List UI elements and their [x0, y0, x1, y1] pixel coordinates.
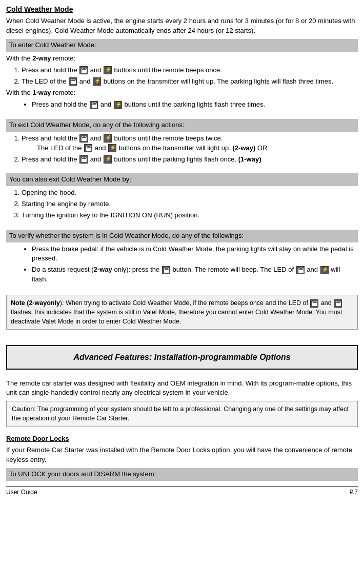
- lightning-button-icon5: [108, 144, 116, 152]
- remote-intro: The remote car starter was designed with…: [6, 379, 358, 398]
- footer-left: User Guide: [6, 488, 37, 497]
- intro-paragraph: When Cold Weather Mode is active, the en…: [6, 16, 358, 36]
- note-box: Note (2-wayonly): When trying to activat…: [6, 295, 358, 330]
- oneway-bullets: Press and hold the and buttons until the…: [32, 100, 358, 110]
- lock-button-icon4: [79, 134, 88, 143]
- verify-bullet2: Do a status request (2-way only): press …: [32, 265, 358, 285]
- lock-button-icon: [79, 66, 88, 74]
- also-exit-1: Opening the hood.: [22, 188, 358, 198]
- oneway-label2: (1-way): [238, 155, 261, 163]
- caution-box: Caution: The programming of your system …: [6, 401, 358, 427]
- oneway-label: 1-way: [32, 89, 51, 96]
- verify-header: To verify whether the system is in Cold …: [6, 230, 358, 242]
- page-title: Cold Weather Mode: [6, 4, 358, 14]
- lightning-button-icon2: [93, 77, 101, 86]
- twoway-intro: With the 2-way remote:: [6, 54, 358, 64]
- remote-locks-title: Remote Door Locks: [6, 434, 358, 444]
- also-exit-2: Starting the engine by remote.: [22, 199, 358, 209]
- twoway-or-label: (2-way): [233, 144, 256, 152]
- oneway-intro: With the 1-way remote:: [6, 88, 358, 98]
- lock-button-icon6: [79, 155, 88, 164]
- lock-button-icon5: [84, 144, 92, 152]
- lightning-button-icon7: [320, 266, 329, 274]
- lightning-button-icon6: [104, 155, 112, 164]
- footer-right: P.7: [350, 488, 358, 497]
- lightning-button-icon: [104, 66, 112, 74]
- lock-button-icon9: [310, 299, 318, 308]
- verify-bullets: Press the brake pedal: if the vehicle is…: [32, 245, 358, 285]
- note-text2: and: [321, 299, 332, 307]
- exit-step1: Press and hold the and buttons until the…: [22, 134, 358, 153]
- twoway-label: 2-way: [32, 54, 51, 62]
- also-exit-steps: Opening the hood. Starting the engine by…: [22, 188, 358, 220]
- lock-button-icon8: [296, 266, 305, 274]
- verify-bullet1: Press the brake pedal: if the vehicle is…: [32, 245, 358, 264]
- lock-button-icon2: [69, 77, 77, 86]
- exit-mode-header: To exit Cold Weather Mode, do any of the…: [6, 119, 358, 132]
- note-text: ): When trying to activate Cold Weather …: [60, 299, 308, 307]
- oneway-bullet1: Press and hold the and buttons until the…: [32, 100, 358, 110]
- also-exit-3: Turning the ignition key to the IGNITION…: [22, 211, 358, 220]
- exit-step1b: The LED of the and buttons on the transm…: [37, 144, 267, 152]
- note-only: only: [47, 299, 60, 307]
- note-text3: flashes, this indicates that the system …: [11, 309, 342, 325]
- footer: User Guide P.7: [6, 486, 358, 497]
- also-exit-header: You can also exit Cold Weather Mode by:: [6, 173, 358, 186]
- remote-locks-intro: If your Remote Car Starter was installed…: [6, 445, 358, 465]
- enter-mode-header: To enter Cold Weather Mode:: [6, 39, 358, 52]
- exit-step2: Press and hold the and buttons until the…: [22, 155, 358, 165]
- advanced-features-box: Advanced Features: Installation-programm…: [6, 345, 358, 369]
- lock-button-icon3: [90, 101, 98, 109]
- note-label: Note (2-way: [11, 299, 47, 307]
- lightning-button-icon4: [104, 134, 112, 143]
- twoway-step2: The LED of the and buttons on the transm…: [22, 77, 358, 87]
- twoway-step1: Press and hold the and buttons until the…: [22, 66, 358, 75]
- lock-button-icon10: [334, 299, 342, 308]
- unlock-header: To UNLOCK your doors and DISARM the syst…: [6, 468, 358, 481]
- advanced-title: Advanced Features: Installation-programm…: [73, 353, 290, 361]
- lock-button-icon7: [162, 266, 170, 274]
- twoway-steps: Press and hold the and buttons until the…: [22, 66, 358, 87]
- exit-steps: Press and hold the and buttons until the…: [22, 134, 358, 165]
- twoway-only-label: 2-way: [94, 266, 112, 273]
- lightning-button-icon3: [114, 101, 122, 109]
